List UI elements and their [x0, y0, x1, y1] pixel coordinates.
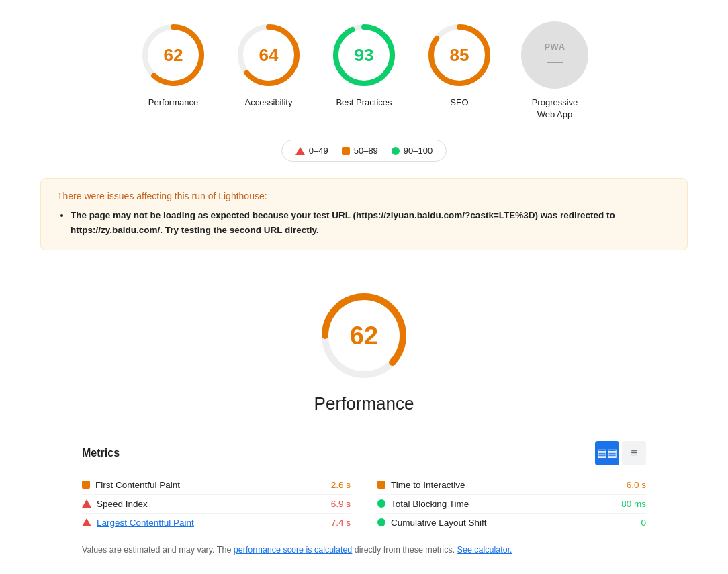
- metrics-grid: First Contentful Paint 2.6 s Speed Index…: [82, 476, 646, 532]
- performance-score-link[interactable]: performance score is calculated: [234, 545, 352, 555]
- metrics-right-column: Time to Interactive 6.0 s Total Blocking…: [377, 476, 646, 532]
- si-value: 6.9 s: [331, 499, 351, 509]
- main-score-label: Performance: [314, 393, 414, 414]
- tti-indicator: [377, 481, 385, 489]
- metrics-footnote: Values are estimated and may vary. The p…: [82, 543, 646, 570]
- score-item-best-practices[interactable]: 93 Best Practices: [327, 21, 401, 109]
- legend-item-green: 90–100: [392, 146, 433, 156]
- warning-title: There were issues affecting this run of …: [57, 191, 671, 201]
- orange-square-icon: [342, 147, 350, 155]
- si-indicator: [82, 499, 91, 508]
- score-circle-seo: 85: [426, 21, 493, 89]
- metric-row-tti: Time to Interactive 6.0 s: [377, 476, 646, 495]
- legend-item-red: 0–49: [295, 146, 328, 156]
- score-item-performance[interactable]: 62 Performance: [136, 21, 210, 109]
- score-label-performance: Performance: [148, 97, 198, 109]
- metric-row-tbt: Total Blocking Time 80 ms: [377, 495, 646, 514]
- score-legend: 0–49 50–89 90–100: [281, 140, 447, 162]
- cls-indicator: [377, 518, 385, 526]
- performance-section: 62 Performance: [0, 267, 728, 441]
- score-value-performance: 62: [164, 45, 183, 66]
- score-item-accessibility[interactable]: 64 Accessibility: [232, 21, 306, 109]
- toggle-expanded-button[interactable]: ▤▤: [595, 441, 619, 465]
- legend-item-orange: 50–89: [342, 146, 378, 156]
- top-scores-container: 62 Performance 64 Accessibility 93 Best …: [0, 0, 728, 132]
- metrics-title: Metrics: [82, 447, 120, 459]
- see-calculator-link[interactable]: See calculator.: [457, 545, 512, 555]
- score-label-best-practices: Best Practices: [336, 97, 392, 109]
- cls-value: 0: [641, 518, 646, 528]
- pwa-dash: —: [547, 53, 563, 69]
- pwa-text-label: PWA: [544, 42, 565, 52]
- score-item-seo[interactable]: 85 SEO: [422, 21, 496, 109]
- score-circle-accessibility: 64: [235, 21, 302, 89]
- metric-row-si: Speed Index 6.9 s: [82, 495, 351, 514]
- main-score-value: 62: [350, 321, 378, 350]
- metric-row-lcp: Largest Contentful Paint 7.4 s: [82, 514, 351, 532]
- fcp-indicator: [82, 481, 90, 489]
- score-item-pwa[interactable]: PWA — ProgressiveWeb App: [518, 21, 592, 121]
- score-label-seo: SEO: [450, 97, 468, 109]
- score-label-pwa: ProgressiveWeb App: [532, 97, 578, 121]
- score-circle-performance: 62: [140, 21, 207, 89]
- lcp-indicator: [82, 518, 91, 526]
- tti-name: Time to Interactive: [391, 480, 621, 490]
- pwa-circle: PWA —: [521, 21, 588, 89]
- legend-range-red: 0–49: [309, 146, 328, 156]
- legend-range-orange: 50–89: [354, 146, 378, 156]
- metric-row-cls: Cumulative Layout Shift 0: [377, 514, 646, 532]
- green-circle-icon: [392, 147, 400, 155]
- lcp-value: 7.4 s: [331, 518, 351, 528]
- warning-body: The page may not be loading as expected …: [57, 208, 671, 237]
- warning-box: There were issues affecting this run of …: [40, 178, 688, 250]
- main-score-circle: 62: [317, 289, 411, 383]
- tbt-value: 80 ms: [621, 499, 646, 509]
- score-circle-best-practices: 93: [330, 21, 398, 89]
- tbt-indicator: [377, 499, 385, 508]
- fcp-name: First Contentful Paint: [95, 480, 326, 490]
- metric-row-fcp: First Contentful Paint 2.6 s: [82, 476, 351, 495]
- tbt-name: Total Blocking Time: [391, 499, 616, 509]
- toggle-list-button[interactable]: ≡: [622, 441, 646, 465]
- metrics-left-column: First Contentful Paint 2.6 s Speed Index…: [82, 476, 351, 532]
- score-value-seo: 85: [450, 45, 469, 66]
- tti-value: 6.0 s: [627, 480, 646, 490]
- legend-range-green: 90–100: [404, 146, 433, 156]
- fcp-value: 2.6 s: [331, 480, 351, 490]
- metrics-section: Metrics ▤▤ ≡ First Contentful Paint 2.6 …: [42, 441, 686, 570]
- score-value-best-practices: 93: [355, 45, 374, 66]
- score-label-accessibility: Accessibility: [245, 97, 293, 109]
- lcp-name[interactable]: Largest Contentful Paint: [97, 518, 326, 528]
- red-triangle-icon: [295, 147, 305, 155]
- si-name: Speed Index: [97, 499, 326, 509]
- view-toggle: ▤▤ ≡: [595, 441, 646, 465]
- cls-name: Cumulative Layout Shift: [391, 518, 635, 528]
- score-value-accessibility: 64: [259, 45, 279, 66]
- metrics-header: Metrics ▤▤ ≡: [82, 441, 646, 465]
